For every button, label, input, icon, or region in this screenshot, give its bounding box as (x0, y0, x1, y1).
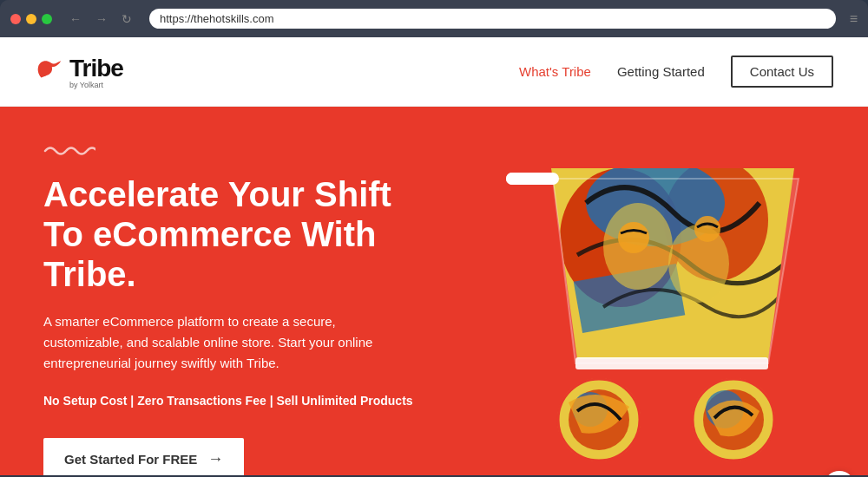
nav-getting-started[interactable]: Getting Started (617, 64, 705, 79)
url-text: https://thehotskills.com (160, 12, 274, 25)
browser-nav: ← → ↻ (66, 10, 135, 28)
site-navbar: Tribe by Yolkart What's Tribe Getting St… (0, 37, 868, 107)
browser-window: ← → ↻ https://thehotskills.com ≡ Tribe b… (0, 0, 868, 475)
cta-arrow-icon: → (207, 450, 223, 468)
svg-rect-20 (575, 357, 768, 369)
browser-titlebar: ← → ↻ https://thehotskills.com ≡ (0, 0, 868, 37)
hero-section: Accelerate Your Shift To eCommerce With … (0, 107, 868, 475)
cart-illustration (499, 134, 846, 475)
nav-whats-tribe[interactable]: What's Tribe (519, 64, 591, 79)
svg-point-10 (694, 216, 720, 242)
logo-bird-icon (35, 56, 66, 81)
close-button[interactable] (10, 14, 21, 24)
hero-description: A smarter eCommerce platform to create a… (43, 311, 373, 374)
hero-wave-decoration (43, 141, 434, 164)
maximize-button[interactable] (42, 14, 52, 24)
forward-button[interactable]: → (92, 10, 111, 28)
minimize-button[interactable] (26, 14, 36, 24)
logo[interactable]: Tribe (35, 55, 123, 82)
svg-point-9 (618, 222, 649, 253)
nav-links: What's Tribe Getting Started Contact Us (519, 56, 833, 88)
contact-us-button[interactable]: Contact Us (731, 56, 833, 88)
website-content: Tribe by Yolkart What's Tribe Getting St… (0, 37, 868, 475)
hero-right (477, 107, 868, 475)
refresh-button[interactable]: ↻ (118, 10, 135, 28)
browser-menu-button[interactable]: ≡ (850, 11, 858, 27)
address-bar[interactable]: https://thehotskills.com (149, 9, 836, 29)
logo-text: Tribe (69, 55, 123, 82)
hero-left: Accelerate Your Shift To eCommerce With … (0, 107, 477, 475)
traffic-lights (10, 14, 52, 24)
logo-subtitle: by Yolkart (69, 81, 123, 89)
cta-label: Get Started For FREE (64, 452, 197, 467)
hero-features: No Setup Cost | Zero Transactions Fee | … (43, 391, 434, 410)
hero-title: Accelerate Your Shift To eCommerce With … (43, 174, 434, 294)
logo-area: Tribe by Yolkart (35, 55, 123, 89)
back-button[interactable]: ← (66, 10, 85, 28)
get-started-button[interactable]: Get Started For FREE → (43, 438, 244, 475)
